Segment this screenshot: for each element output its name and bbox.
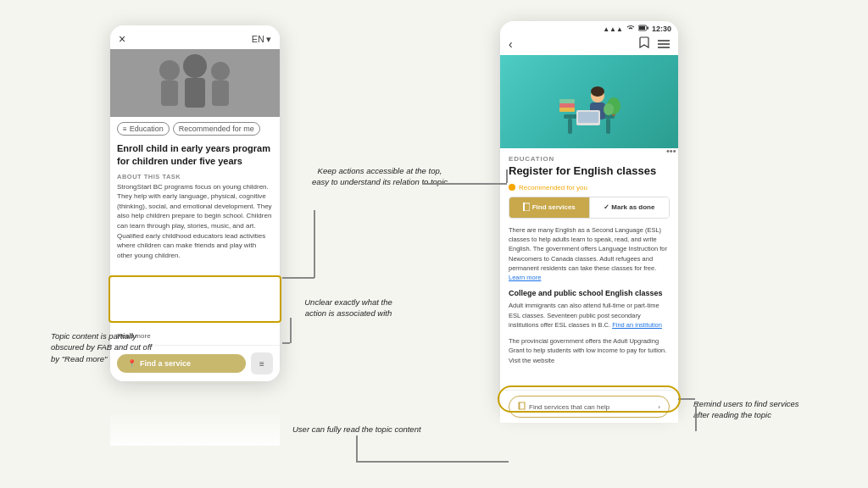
- card-title: Enroll child in early years program for …: [110, 139, 280, 169]
- card-body: StrongStart BC programs focus on young c…: [110, 182, 280, 330]
- more-options-icon[interactable]: •••: [666, 146, 860, 156]
- line-right-h: [678, 398, 695, 400]
- education-tag[interactable]: ≡ Education: [117, 122, 170, 136]
- svg-rect-27: [523, 202, 525, 211]
- annotation-right: Remind users to find services after read…: [693, 398, 804, 421]
- svg-rect-8: [639, 26, 645, 30]
- line-bot-mid-v-up: [356, 435, 358, 461]
- hero-illustration: [110, 49, 280, 117]
- learn-more-link[interactable]: Learn more: [509, 274, 541, 281]
- svg-rect-22: [559, 99, 575, 103]
- content-scroll: EDUCATION Register for English classes R…: [500, 148, 678, 379]
- svg-point-25: [604, 103, 614, 115]
- annotation-action: Unclear exactly what the action is assoc…: [293, 297, 403, 319]
- hero-svg: [551, 64, 627, 140]
- svg-point-5: [211, 62, 230, 80]
- sub-heading-1: College and public school English classe…: [509, 289, 670, 297]
- svg-rect-19: [578, 112, 598, 123]
- rec-dot: [509, 184, 515, 191]
- find-services-button[interactable]: Find services: [509, 197, 589, 218]
- svg-rect-20: [559, 108, 575, 112]
- hero-right: [500, 55, 678, 148]
- nav-bar: ‹: [500, 35, 678, 55]
- line-bot-mid-h: [356, 461, 509, 463]
- svg-rect-15: [606, 119, 610, 134]
- wifi-icon: [626, 25, 635, 33]
- line-top-mid-right: [422, 183, 507, 185]
- line-right-v: [695, 406, 697, 431]
- line-top-mid-left-v: [314, 210, 315, 278]
- fade-overlay: [110, 412, 280, 446]
- body-paragraph-1: There are many English as a Second Langu…: [509, 225, 670, 283]
- battery-icon: [638, 25, 648, 33]
- mark-as-done-button[interactable]: ✓ Mark as done: [589, 197, 670, 218]
- annotation-mid-left: Topic content is partially obscured by F…: [51, 330, 161, 364]
- svg-rect-14: [568, 119, 572, 134]
- action-buttons: Find services ✓ Mark as done: [509, 197, 670, 219]
- svg-rect-6: [212, 80, 229, 106]
- svg-rect-28: [519, 402, 520, 410]
- tag-icon: ≡: [123, 125, 127, 133]
- nav-icons: [639, 36, 670, 52]
- line-action-v: [290, 318, 292, 343]
- annotation-bot-mid: User can fully read the topic content: [292, 424, 421, 435]
- left-phone-header: × EN ▾: [110, 25, 280, 49]
- line-action-h: [282, 342, 290, 344]
- recommended-text: Recommended for you: [519, 184, 587, 191]
- list-view-button[interactable]: ≡: [251, 352, 273, 374]
- chevron-right-icon: ›: [658, 403, 660, 411]
- line-top-mid-v: [506, 169, 508, 183]
- edu-label: EDUCATION: [509, 155, 670, 163]
- language-selector[interactable]: EN ▾: [252, 34, 271, 45]
- svg-point-26: [591, 86, 604, 97]
- services-icon: [518, 402, 526, 412]
- find-icon: [523, 202, 530, 213]
- annotation-top-mid: Keep actions accessible at the top, easy…: [312, 165, 448, 188]
- svg-point-3: [183, 54, 207, 78]
- back-icon[interactable]: ‹: [509, 37, 513, 51]
- section-label: ABOUT THIS TASK: [110, 169, 280, 182]
- svg-rect-2: [161, 80, 178, 106]
- find-institution-link[interactable]: Find an institution: [612, 321, 662, 329]
- recommended-badge: Recommended for you: [509, 184, 670, 191]
- find-services-cta-button[interactable]: Find services that can help ›: [509, 396, 670, 418]
- svg-rect-9: [647, 27, 648, 30]
- content-area: EDUCATION Register for English classes R…: [500, 148, 678, 411]
- clock: 12:30: [652, 25, 671, 33]
- tag-list: ≡ Education Recommended for me: [110, 117, 280, 139]
- page-title: Register for English classes: [509, 164, 670, 179]
- body-paragraph-3: The provincial government offers the Adu…: [509, 336, 670, 365]
- bookmark-icon[interactable]: [639, 36, 649, 52]
- status-bar: ▲▲▲ 12:30: [500, 21, 678, 35]
- left-phone: × EN ▾ ≡ Education Recommend: [110, 25, 280, 381]
- bottom-cta-bar: Find services that can help ›: [500, 390, 678, 423]
- hero-image: [110, 49, 280, 117]
- signal-icon: ▲▲▲: [603, 25, 623, 33]
- svg-rect-21: [559, 103, 575, 108]
- recommended-tag[interactable]: Recommended for me: [173, 122, 260, 136]
- body-paragraph-2: Adult immigrants can also attend full-ti…: [509, 301, 670, 330]
- right-phone: ▲▲▲ 12:30 ‹: [500, 21, 678, 411]
- menu-icon[interactable]: [658, 36, 670, 52]
- svg-rect-4: [185, 78, 205, 108]
- close-icon[interactable]: ×: [119, 32, 125, 46]
- svg-point-1: [159, 60, 180, 80]
- line-top-mid-left-h: [282, 277, 314, 279]
